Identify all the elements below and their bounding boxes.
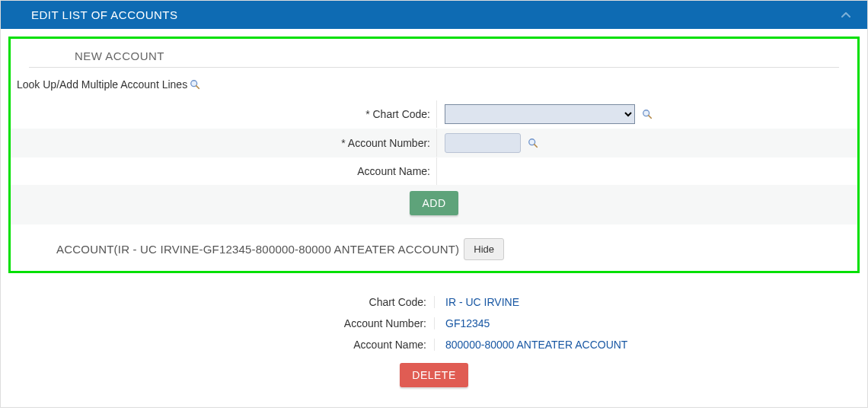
- lookup-multiple-label: Look Up/Add Multiple Account Lines: [17, 78, 187, 91]
- new-account-form: * Chart Code: * Account Number:: [11, 100, 857, 224]
- lookup-multiple-link[interactable]: Look Up/Add Multiple Account Lines: [11, 75, 857, 100]
- detail-account-name-value: 800000-80000 ANTEATER ACCOUNT: [435, 339, 860, 351]
- account-name-label: Account Name:: [11, 158, 437, 185]
- detail-account-number-label: Account Number:: [8, 317, 435, 329]
- detail-chart-code-value: IR - UC IRVINE: [435, 296, 860, 308]
- chart-code-select[interactable]: [445, 104, 635, 124]
- accounts-panel: EDIT LIST OF ACCOUNTS NEW ACCOUNT Look U…: [0, 0, 868, 408]
- add-button[interactable]: ADD: [410, 191, 458, 215]
- svg-line-3: [649, 116, 652, 119]
- chart-code-label: * Chart Code:: [11, 100, 437, 128]
- account-number-label: * Account Number:: [11, 129, 437, 157]
- account-number-input[interactable]: [445, 133, 521, 153]
- new-account-highlight: NEW ACCOUNT Look Up/Add Multiple Account…: [8, 37, 860, 273]
- svg-line-5: [535, 145, 538, 148]
- chart-code-lookup-icon[interactable]: [641, 108, 653, 120]
- detail-account-number-value: GF12345: [435, 317, 860, 329]
- existing-account-header-row: ACCOUNT(IR - UC IRVINE-GF12345-800000-80…: [11, 224, 857, 271]
- existing-account-details: Chart Code: IR - UC IRVINE Account Numbe…: [1, 273, 867, 407]
- panel-header: EDIT LIST OF ACCOUNTS: [1, 1, 867, 29]
- search-icon: [189, 78, 201, 91]
- delete-button[interactable]: DELETE: [400, 363, 468, 387]
- existing-account-header: ACCOUNT(IR - UC IRVINE-GF12345-800000-80…: [56, 243, 459, 256]
- new-account-title: NEW ACCOUNT: [29, 39, 839, 68]
- svg-line-1: [196, 86, 199, 89]
- collapse-icon[interactable]: [840, 9, 852, 21]
- hide-button[interactable]: Hide: [464, 238, 504, 260]
- detail-chart-code-label: Chart Code:: [8, 296, 435, 308]
- panel-title: EDIT LIST OF ACCOUNTS: [31, 8, 177, 21]
- detail-account-name-label: Account Name:: [8, 339, 435, 351]
- account-name-value-empty: [437, 167, 857, 176]
- account-number-lookup-icon[interactable]: [527, 137, 539, 149]
